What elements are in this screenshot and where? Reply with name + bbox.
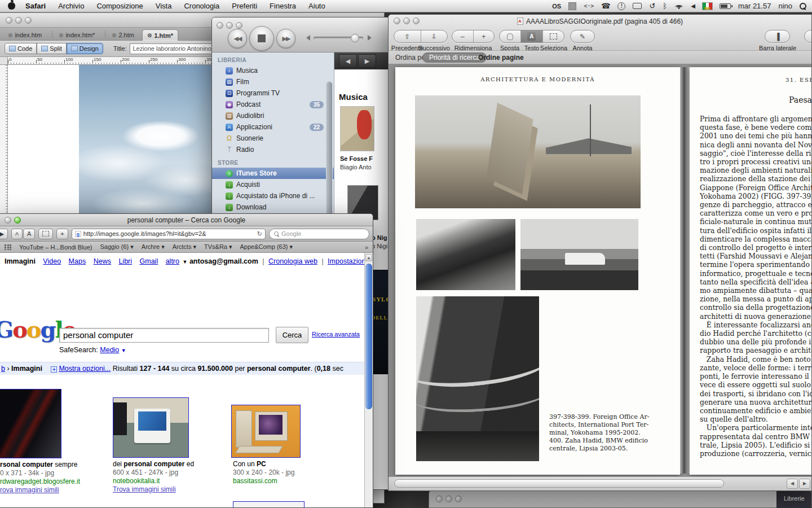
zoom-button[interactable] — [25, 17, 32, 24]
design-view-button[interactable]: Design — [67, 43, 103, 54]
fast-user-switch[interactable]: nino — [778, 2, 792, 10]
store-forward-button[interactable]: ▶ — [358, 54, 376, 68]
page-clip-button[interactable] — [38, 229, 53, 239]
safesearch-dropdown-icon[interactable]: ▼ — [121, 348, 126, 353]
font-bigger-button[interactable]: A — [23, 229, 35, 239]
nav-libri[interactable]: Libri — [118, 257, 132, 265]
sort-page-order[interactable]: Ordine pagine — [478, 54, 524, 62]
web-history-link[interactable]: Cronologia web — [268, 257, 317, 265]
volume-menu-icon[interactable]: ◀ — [691, 0, 695, 12]
bookmark-folder[interactable]: Saggio (6) ▾ — [100, 243, 133, 251]
minimize-button[interactable] — [445, 496, 452, 502]
spaces-menu-icon[interactable] — [568, 2, 576, 10]
itunes-titlebar[interactable]: ◀◀ ▶▶ — [212, 17, 391, 52]
album-cover[interactable] — [340, 106, 374, 151]
code-view-button[interactable]: Code — [5, 43, 37, 54]
zoom-button[interactable] — [236, 22, 242, 29]
album-artist[interactable]: o Nigi — [372, 243, 387, 249]
store-back-button[interactable]: ◀ — [339, 54, 357, 68]
page-scrollbar[interactable]: ▲ — [364, 253, 373, 507]
sort-priority-pill[interactable]: Priorità di ricerca — [422, 52, 487, 63]
rewind-button[interactable]: ◀◀ — [228, 29, 247, 48]
background-window-strip[interactable]: Librerie — [429, 490, 812, 508]
close-tab-icon[interactable]: ⊗ — [59, 32, 63, 38]
menu-archivio[interactable]: Archivio — [58, 2, 84, 10]
sidebar-item-suonerie[interactable]: Ω Suonerie — [212, 133, 334, 144]
tab-1-htm-active[interactable]: ⊗ 1.htm* — [142, 29, 178, 41]
sidebar-item-acquistato-iphone[interactable]: ↓ Acquistato da iPhone di ... — [212, 190, 334, 202]
scroll-left-arrow[interactable]: ◀ — [787, 479, 798, 489]
update-alert-icon[interactable]: ! — [617, 2, 625, 10]
altro-dropdown-icon[interactable]: ▼ — [182, 259, 187, 265]
cerca-button[interactable]: Cerca — [276, 327, 308, 343]
menu-cronologia[interactable]: Cronologia — [184, 2, 219, 10]
similar-images-link[interactable]: rova immagini simili — [0, 486, 59, 494]
minimize-button[interactable] — [15, 17, 22, 24]
search-field[interactable]: Google — [269, 229, 369, 239]
menu-aiuto[interactable]: Aiuto — [308, 2, 325, 10]
search-query-input[interactable]: personal computer — [59, 328, 269, 343]
result-image-netbook[interactable] — [113, 397, 189, 458]
close-button[interactable] — [436, 496, 443, 502]
phone-sync-icon[interactable]: ☎ — [601, 0, 610, 12]
close-tab-icon[interactable]: ⊗ — [147, 32, 152, 38]
nav-maps[interactable]: Maps — [69, 257, 86, 265]
tab-index-htm[interactable]: ⊗ index.htm — [3, 29, 46, 41]
sidebar-toggle-button[interactable]: ▐ — [765, 30, 789, 42]
bookmark-folder[interactable]: Arctcts ▾ — [173, 243, 196, 251]
spotlight-icon[interactable] — [800, 3, 806, 10]
menu-finestra[interactable]: Finestra — [270, 2, 296, 10]
select-tool-button[interactable] — [543, 30, 564, 42]
displays-menu-icon[interactable] — [633, 3, 642, 9]
bookmarks-overflow-chevron[interactable]: » — [365, 244, 368, 251]
scroll-up-arrow[interactable]: ▲ — [365, 254, 372, 261]
text-tool-button[interactable]: A — [521, 30, 542, 42]
menu-clock[interactable]: mar 21.57 — [738, 2, 771, 10]
nav-video[interactable]: Video — [43, 257, 61, 265]
tab-index-htm-2[interactable]: ⊗ index.htm* — [54, 29, 99, 41]
volume-knob[interactable] — [351, 34, 359, 42]
lastfm-menu-icon[interactable]: OS — [552, 0, 561, 12]
album-title[interactable]: Se Fosse F — [340, 155, 373, 162]
zoom-button[interactable] — [455, 496, 462, 502]
minimize-button[interactable] — [226, 22, 233, 29]
result-image-device[interactable] — [233, 501, 304, 507]
annotate-button[interactable]: ✎ — [571, 30, 594, 42]
close-tab-icon[interactable]: ⊗ — [112, 32, 116, 38]
album-artist[interactable]: Biagio Anto — [340, 164, 372, 170]
sidebar-item-radio[interactable]: ᛉ Radio — [212, 144, 334, 155]
clouds-image[interactable] — [79, 65, 220, 234]
address-bar[interactable]: g http://images.google.it/images?hl=it&g… — [72, 229, 266, 239]
advanced-search-link[interactable]: Ricerca avanzata — [312, 331, 360, 338]
sidebar-item-musica[interactable]: ♪ Musica — [212, 65, 334, 76]
sidebar-item-audiolibri[interactable]: ▥ Audiolibri — [212, 110, 334, 121]
menu-composizione[interactable]: Composizione — [96, 2, 143, 10]
sidebar-item-film[interactable]: ▤ Film — [212, 76, 334, 87]
album-title[interactable]: o Nig — [372, 234, 387, 241]
move-tool-button[interactable] — [500, 30, 521, 42]
sidebar-item-applicazioni[interactable]: A Applicazioni 22 — [212, 121, 334, 133]
input-language-flag-icon[interactable]: PRO — [703, 3, 712, 10]
safari-titlebar[interactable]: personal computer – Cerca con Google — [0, 214, 373, 226]
nav-immagini[interactable]: Immagini — [5, 257, 36, 265]
bookmark-item[interactable]: YouTube – H...Bondi Blue) — [19, 244, 92, 251]
nav-news[interactable]: News — [94, 257, 111, 265]
result-image-laptop[interactable] — [0, 389, 61, 458]
script-menu-icon[interactable]: <·> — [584, 0, 594, 12]
sidebar-item-download[interactable]: ↓ Download — [212, 202, 334, 213]
font-smaller-button[interactable]: A — [11, 229, 23, 239]
document-title-input[interactable]: Lezione laboratorio Antonino S — [130, 43, 215, 54]
result-image-desktop-pc[interactable] — [231, 405, 301, 458]
time-machine-icon[interactable]: ↺ — [649, 0, 655, 12]
pdf-titlebar[interactable]: AAAALibroSAGGIOoriginale.pdf (pagina 405… — [389, 15, 811, 64]
menu-safari[interactable]: Safari — [25, 2, 46, 10]
nav-gmail[interactable]: Gmail — [140, 257, 158, 265]
menu-vista[interactable]: Vista — [156, 2, 172, 10]
bookmarks-grid-icon[interactable] — [5, 244, 11, 250]
fast-forward-button[interactable]: ▶▶ — [276, 29, 295, 48]
apple-menu-icon[interactable] — [8, 2, 15, 10]
bluetooth-icon[interactable]: ᛒ — [663, 0, 667, 12]
sidebar-item-acquisti[interactable]: ↓ Acquisti — [212, 179, 334, 190]
stop-button[interactable] — [249, 26, 274, 51]
settings-link[interactable]: Impostazioni — [328, 257, 364, 265]
